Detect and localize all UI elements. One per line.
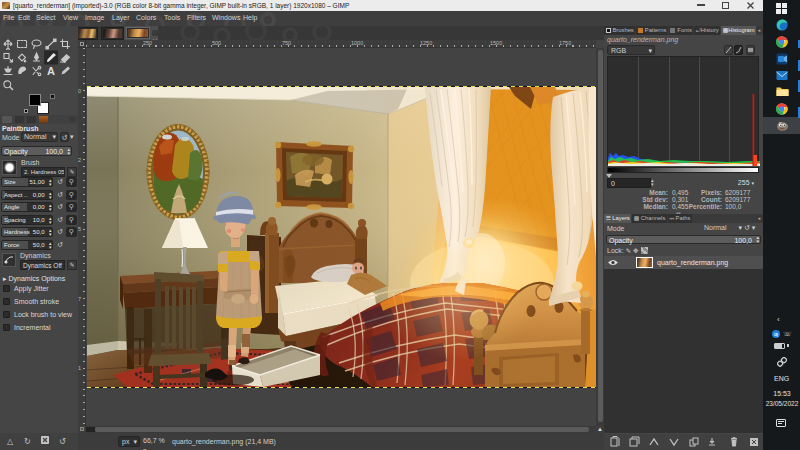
- svg-text:A: A: [47, 65, 55, 77]
